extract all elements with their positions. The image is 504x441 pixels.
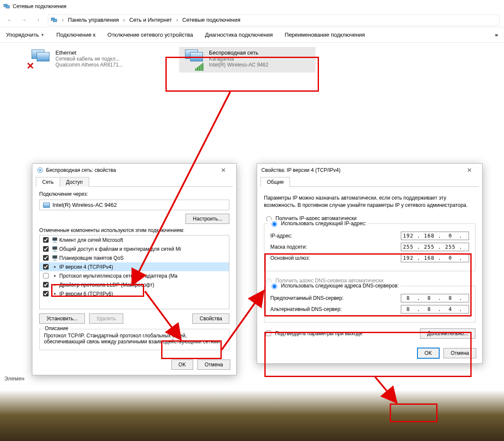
breadcrumb[interactable]: › Панель управления › Сеть и Интернет › … — [48, 15, 500, 26]
dns2-label: Альтернативный DNS-сервер: — [270, 306, 342, 312]
checkbox[interactable] — [43, 273, 49, 279]
components-list[interactable]: 🖥️Клиент для сетей Microsoft 🖥️Общий дос… — [39, 235, 229, 309]
checkbox[interactable] — [43, 237, 49, 243]
client-icon: 🖥️ — [52, 237, 58, 243]
protocol-icon: ▪️ — [52, 282, 58, 288]
checkbox[interactable] — [266, 331, 271, 336]
ok-button[interactable]: OK — [171, 360, 193, 370]
share-icon: 🖥️ — [52, 246, 58, 252]
dns1-input[interactable] — [401, 294, 469, 302]
svg-point-5 — [39, 169, 41, 171]
up-icon[interactable]: ↑ — [33, 15, 43, 25]
close-button[interactable]: ✕ — [215, 167, 232, 174]
connection-item-ethernet[interactable]: ✕ Ethernet Сетевой кабель не подкл... Qu… — [26, 47, 162, 73]
dialog-title: Беспроводная сеть: свойства — [46, 167, 116, 173]
tab-network[interactable]: Сеть — [36, 177, 60, 187]
cancel-button[interactable]: Отмена — [443, 348, 476, 358]
properties-button[interactable]: Свойства — [192, 313, 229, 324]
connection-adapter: Intel(R) Wireless-AC 9462 — [209, 62, 268, 68]
back-icon[interactable]: ← — [4, 15, 14, 25]
protocol-icon: ▪️ — [52, 264, 58, 270]
tab-access[interactable]: Доступ — [60, 177, 89, 187]
disconnected-x-icon: ✕ — [26, 61, 34, 72]
connection-item-wifi[interactable]: Беспроводная сеть Karaganda Intel(R) Wir… — [179, 47, 316, 73]
toolbar-rename[interactable]: Переименование подключения — [285, 32, 365, 38]
wifi-icon — [182, 49, 205, 70]
breadcrumb-seg-2[interactable]: Сеть и Интернет — [129, 17, 172, 23]
adapter-properties-dialog: Беспроводная сеть: свойства ✕ Сеть Досту… — [32, 163, 237, 375]
dialog-title: Свойства: IP версии 4 (TCP/IPv4) — [261, 167, 341, 173]
window-title-bar: Сетевые подключения — [0, 0, 504, 13]
checkbox[interactable] — [43, 291, 49, 296]
description-text: Протокол TCP/IP. Стандартный протокол гл… — [44, 333, 225, 345]
connection-name: Беспроводная сеть — [209, 49, 268, 56]
breadcrumb-icon — [51, 17, 58, 23]
radio-manual-dns-label: Использовать следующие адреса DNS-сервер… — [281, 283, 399, 289]
list-item[interactable]: ▪️Протокол мультиплексора сетевого адапт… — [40, 271, 229, 280]
checkbox[interactable] — [43, 264, 49, 270]
install-button[interactable]: Установить... — [39, 313, 85, 324]
radio-input[interactable] — [272, 221, 277, 227]
adapter-name: Intel(R) Wireless-AC 9462 — [52, 202, 117, 208]
dialog-tabs: Сеть Доступ — [36, 177, 233, 187]
desktop-wallpaper — [0, 377, 504, 441]
list-item[interactable]: ▪️IP версии 6 (TCP/IPv6) — [40, 289, 229, 298]
ipv4-properties-dialog: Свойства: IP версии 4 (TCP/IPv4) ✕ Общие… — [257, 163, 483, 364]
window-title: Сетевые подключения — [13, 3, 67, 9]
toolbar-overflow[interactable]: » — [495, 32, 498, 38]
tab-general[interactable]: Общие — [261, 177, 290, 187]
protocol-icon: ▪️ — [52, 273, 58, 279]
qos-icon: 🖥️ — [52, 255, 58, 261]
toolbar-diagnose[interactable]: Диагностика подключения — [205, 32, 273, 38]
dns2-input[interactable] — [401, 305, 469, 313]
advanced-button[interactable]: Дополнительно... — [420, 328, 475, 339]
forward-icon[interactable]: → — [19, 15, 29, 25]
breadcrumb-seg-3[interactable]: Сетевые подключения — [182, 17, 240, 23]
toolbar: Упорядочить▼ Подключение к Отключение се… — [0, 27, 504, 43]
adapter-icon — [43, 203, 50, 208]
gateway-input[interactable] — [401, 254, 469, 262]
connection-name: Ethernet — [55, 49, 123, 56]
dialog-title-bar: Свойства: IP версии 4 (TCP/IPv4) ✕ — [257, 164, 482, 177]
radio-input[interactable] — [272, 284, 277, 289]
truncated-status-label: Элемен — [4, 375, 24, 382]
list-item[interactable]: 🖥️Планировщик пакетов QoS — [40, 253, 229, 262]
svg-rect-1 — [6, 6, 9, 8]
connection-status: Сетевой кабель не подкл... — [55, 56, 123, 62]
subnet-mask-label: Маска подсети: — [270, 244, 307, 250]
protocol-icon: ▪️ — [52, 291, 58, 297]
ethernet-icon: ✕ — [28, 49, 51, 70]
confirm-on-exit[interactable]: Подтвердить параметры при выходе — [264, 329, 362, 337]
checkbox[interactable] — [43, 282, 49, 287]
connection-status: Karaganda — [209, 56, 268, 62]
manual-dns-group: Использовать следующие адреса DNS-сервер… — [264, 286, 475, 322]
list-item[interactable]: 🖥️Клиент для сетей Microsoft — [40, 235, 229, 244]
caret-down-icon: ▼ — [41, 33, 44, 37]
highlight-ok-button — [390, 403, 437, 422]
ok-button[interactable]: OK — [417, 348, 439, 358]
toolbar-connect[interactable]: Подключение к — [56, 32, 96, 38]
close-button[interactable]: ✕ — [461, 167, 478, 174]
ip-address-label: IP-адрес: — [270, 233, 293, 239]
network-adapter-icon — [37, 167, 43, 174]
gateway-label: Основной шлюз: — [270, 255, 310, 261]
ip-address-input[interactable] — [401, 232, 469, 240]
manual-ip-group: Использовать следующий IP-адрес: IP-адре… — [264, 223, 475, 271]
svg-rect-3 — [53, 19, 57, 22]
radio-manual-ip-label: Использовать следующий IP-адрес: — [281, 220, 366, 226]
checkbox[interactable] — [43, 246, 49, 252]
list-item[interactable]: ▪️Драйвер протокола LLDP (Майкрософт) — [40, 280, 229, 289]
breadcrumb-seg-1[interactable]: Панель управления — [68, 17, 119, 23]
checkbox[interactable] — [43, 255, 49, 261]
subnet-mask-input[interactable] — [401, 243, 469, 251]
toolbar-disable[interactable]: Отключение сетевого устройства — [107, 32, 193, 38]
cancel-button[interactable]: Отмена — [197, 360, 230, 370]
configure-button[interactable]: Настроить... — [185, 214, 229, 224]
description-group: Описание Протокол TCP/IP. Стандартный пр… — [39, 329, 229, 350]
list-item[interactable]: 🖥️Общий доступ к файлам и принтерам для … — [40, 244, 229, 253]
toolbar-organize[interactable]: Упорядочить▼ — [6, 32, 44, 38]
description-legend: Описание — [43, 325, 70, 331]
chevron-icon: › — [174, 17, 180, 23]
list-item-ipv4[interactable]: ▪️IP версии 4 (TCP/IPv4) — [40, 262, 229, 271]
adapter-name-box: Intel(R) Wireless-AC 9462 — [39, 200, 229, 210]
